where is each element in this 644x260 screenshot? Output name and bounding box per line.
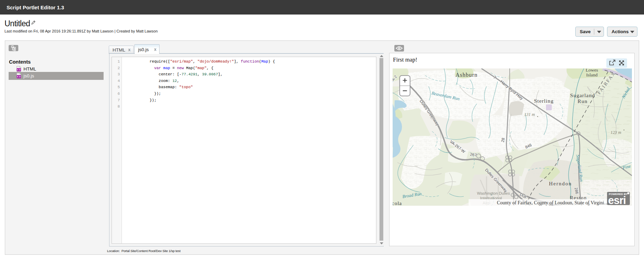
svg-text:V: V — [587, 203, 590, 206]
svg-text:Ashburn: Ashburn — [455, 72, 478, 78]
svg-text:Sterling: Sterling — [534, 98, 554, 104]
svg-text:Washington Dulles: Washington Dulles — [477, 191, 510, 195]
svg-text:cola: cola — [393, 201, 402, 206]
svg-text:Run: Run — [578, 98, 588, 104]
svg-text:Sugarland: Sugarland — [570, 92, 595, 98]
svg-text:W: W — [538, 203, 543, 206]
svg-text:123 m: 123 m — [611, 130, 621, 135]
svg-text:esri: esri — [608, 194, 626, 206]
svg-text:Herndon: Herndon — [549, 181, 572, 186]
svg-text:Va·: Va· — [549, 203, 554, 206]
svg-text:131 m: 131 m — [524, 112, 535, 117]
svg-text:Island: Island — [586, 72, 598, 77]
